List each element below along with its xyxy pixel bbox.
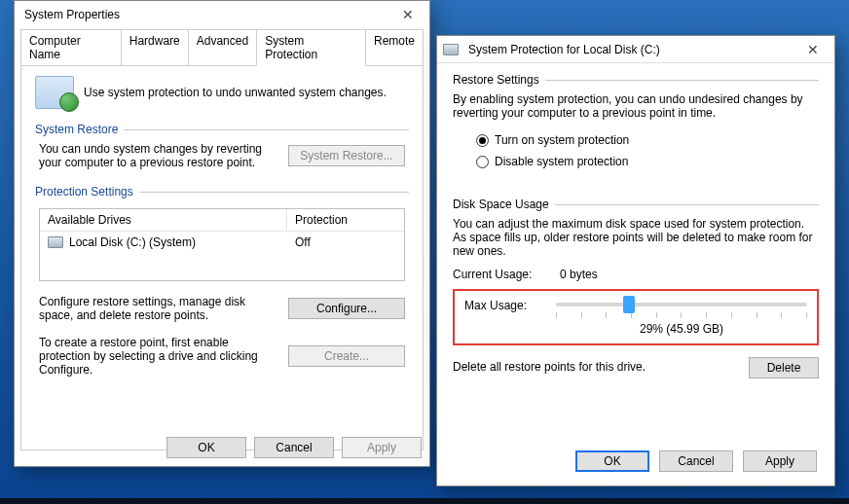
group-header-protection-settings: Protection Settings [35,185,133,198]
titlebar[interactable]: System Protection for Local Disk (C:) ✕ [437,36,834,63]
radio-label: Disable system protection [495,155,628,168]
window-title: System Protection for Local Disk (C:) [464,43,660,56]
delete-text: Delete all restore points for this drive… [453,357,739,374]
delete-button[interactable]: Delete [749,357,819,378]
cancel-button[interactable]: Cancel [659,450,733,472]
system-properties-window: System Properties ✕ Computer NameHardwar… [14,0,430,467]
max-usage-slider[interactable] [556,303,807,306]
divider [124,129,409,130]
divider [545,80,819,81]
slider-caption: 29% (45.99 GB) [556,322,807,336]
divider [139,192,409,193]
disk-space-text: You can adjust the maximum disk space us… [453,217,819,258]
slider-ticks [556,312,807,318]
ok-button[interactable]: OK [575,450,649,472]
radio-turn-on[interactable]: Turn on system protection [453,129,819,151]
column-header-protection[interactable]: Protection [287,209,404,231]
drive-protection-value: Off [287,232,404,253]
configure-button[interactable]: Configure... [288,298,405,319]
group-header-disk-space: Disk Space Usage [453,198,549,211]
ok-button[interactable]: OK [166,437,246,458]
window-title: System Properties [20,8,120,21]
column-header-drives[interactable]: Available Drives [40,209,287,231]
current-usage-value: 0 bytes [560,268,598,281]
tab-system-protection[interactable]: System Protection [256,29,366,66]
create-text: To create a restore point, first enable … [39,336,278,377]
tab-computer-name[interactable]: Computer Name [20,29,122,66]
drive-icon [48,236,63,248]
system-restore-button[interactable]: System Restore... [288,145,405,166]
restore-settings-text: By enabling system protection, you can u… [453,92,819,120]
radio-disable[interactable]: Disable system protection [453,151,819,172]
titlebar[interactable]: System Properties ✕ [15,1,429,28]
table-row[interactable]: Local Disk (C:) (System) Off [40,232,404,253]
apply-button[interactable]: Apply [743,450,817,472]
apply-button[interactable]: Apply [342,437,422,458]
radio-icon [476,134,489,147]
configure-text: Configure restore settings, manage disk … [39,295,278,322]
system-protection-dialog: System Protection for Local Disk (C:) ✕ … [436,35,835,486]
cancel-button[interactable]: Cancel [254,437,334,458]
tab-advanced[interactable]: Advanced [188,29,257,66]
tab-hardware[interactable]: Hardware [121,29,189,66]
drive-icon [443,44,459,55]
system-protection-icon [35,76,74,109]
current-usage-label: Current Usage: [453,268,560,281]
create-button[interactable]: Create... [288,345,405,367]
max-usage-label: Max Usage: [464,297,544,312]
max-usage-region: Max Usage: 29% (45.99 GB) [453,289,819,345]
radio-label: Turn on system protection [495,133,629,147]
close-icon[interactable]: ✕ [392,5,424,24]
tab-strip: Computer NameHardwareAdvancedSystem Prot… [20,28,424,65]
divider [555,204,819,205]
tab-remote[interactable]: Remote [365,29,424,66]
drive-name: Local Disk (C:) (System) [69,235,196,249]
group-header-restore-settings: Restore Settings [453,73,539,87]
radio-icon [476,156,489,168]
group-header-system-restore: System Restore [35,123,118,136]
system-restore-text: You can undo system changes by reverting… [39,142,278,169]
tab-page-system-protection: Use system protection to undo unwanted s… [20,65,424,450]
slider-thumb[interactable] [623,296,635,313]
close-icon[interactable]: ✕ [797,40,829,59]
intro-text: Use system protection to undo unwanted s… [84,86,387,99]
drives-table: Available Drives Protection Local Disk (… [39,208,405,281]
